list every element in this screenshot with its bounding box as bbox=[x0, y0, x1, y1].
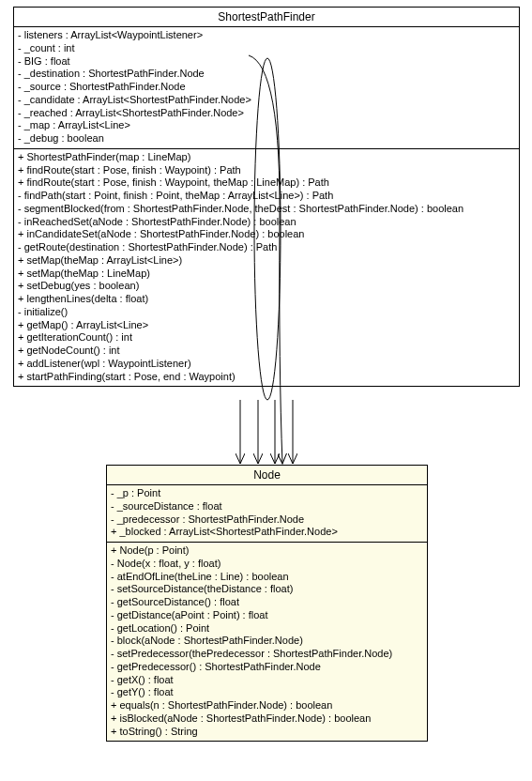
uml-member: - setPredecessor(thePredecessor : Shorte… bbox=[111, 648, 423, 661]
uml-member: - segmentBlocked(from : ShortestPathFind… bbox=[18, 203, 515, 216]
operations-section: + ShortestPathFinder(map : LineMap)+ fin… bbox=[14, 149, 519, 387]
uml-member: + isBlocked(aNode : ShortestPathFinder.N… bbox=[111, 712, 423, 726]
uml-member: - block(aNode : ShortestPathFinder.Node) bbox=[111, 635, 423, 648]
uml-member: - _p : Point bbox=[111, 487, 423, 500]
uml-member: - initialize() bbox=[18, 306, 515, 319]
uml-member: + setMap(theMap : LineMap) bbox=[18, 268, 515, 281]
class-title: Node bbox=[107, 466, 427, 485]
uml-member: - findPath(start : Point, finish : Point… bbox=[18, 190, 515, 203]
uml-member: + getNodeCount() : int bbox=[18, 345, 515, 358]
uml-member: - _source : ShortestPathFinder.Node bbox=[18, 81, 515, 94]
uml-member: - getLocation() : Point bbox=[111, 622, 423, 636]
uml-member: + ShortestPathFinder(map : LineMap) bbox=[18, 151, 515, 164]
uml-class-shortestpathfinder: ShortestPathFinder - listeners : ArrayLi… bbox=[13, 7, 520, 387]
uml-member: + findRoute(start : Pose, finish : Waypo… bbox=[18, 176, 515, 190]
uml-member: - _candidate : ArrayList<ShortestPathFin… bbox=[18, 94, 515, 107]
uml-member: - _map : ArrayList<Line> bbox=[18, 119, 515, 132]
uml-member: - atEndOfLine(theLine : Line) : boolean bbox=[111, 571, 423, 584]
uml-class-node: Node - _p : Point- _sourceDistance : flo… bbox=[106, 465, 428, 742]
uml-member: - getY() : float bbox=[111, 686, 423, 699]
attributes-section: - _p : Point- _sourceDistance : float- _… bbox=[107, 485, 427, 543]
operations-section: + Node(p : Point)- Node(x : float, y : f… bbox=[107, 543, 427, 741]
uml-member: + addListener(wpl : WaypointListener) bbox=[18, 358, 515, 371]
uml-member: - BIG : float bbox=[18, 55, 515, 69]
uml-member: - _debug : boolean bbox=[18, 132, 515, 145]
uml-member: + inCandidateSet(aNode : ShortestPathFin… bbox=[18, 228, 515, 241]
uml-member: + lengthenLines(delta : float) bbox=[18, 293, 515, 306]
uml-member: - _destination : ShortestPathFinder.Node bbox=[18, 68, 515, 81]
uml-member: - _predecessor : ShortestPathFinder.Node bbox=[111, 513, 423, 527]
uml-canvas: ShortestPathFinder - listeners : ArrayLi… bbox=[0, 0, 532, 781]
uml-member: - getSourceDistance() : float bbox=[111, 596, 423, 609]
class-title: ShortestPathFinder bbox=[14, 8, 519, 27]
attributes-section: - listeners : ArrayList<WaypointListener… bbox=[14, 27, 519, 149]
uml-member: - _sourceDistance : float bbox=[111, 500, 423, 513]
uml-member: - listeners : ArrayList<WaypointListener… bbox=[18, 29, 515, 42]
uml-member: - getPredecessor() : ShortestPathFinder.… bbox=[111, 661, 423, 674]
uml-member: + getIterationCount() : int bbox=[18, 331, 515, 345]
uml-member: + getMap() : ArrayList<Line> bbox=[18, 319, 515, 332]
uml-member: + setDebug(yes : boolean) bbox=[18, 280, 515, 293]
uml-member: - _count : int bbox=[18, 42, 515, 55]
uml-member: + _blocked : ArrayList<ShortestPathFinde… bbox=[111, 526, 423, 539]
uml-member: + Node(p : Point) bbox=[111, 544, 423, 558]
uml-member: + findRoute(start : Pose, finish : Waypo… bbox=[18, 164, 515, 177]
uml-member: - Node(x : float, y : float) bbox=[111, 558, 423, 571]
uml-member: - setSourceDistance(theDistance : float) bbox=[111, 583, 423, 596]
uml-member: - getX() : float bbox=[111, 674, 423, 687]
uml-member: - getRoute(destination : ShortestPathFin… bbox=[18, 241, 515, 254]
uml-member: + equals(n : ShortestPathFinder.Node) : … bbox=[111, 699, 423, 712]
uml-member: + setMap(theMap : ArrayList<Line>) bbox=[18, 254, 515, 268]
uml-member: + startPathFinding(start : Pose, end : W… bbox=[18, 371, 515, 384]
uml-member: - _reached : ArrayList<ShortestPathFinde… bbox=[18, 107, 515, 120]
uml-member: + toString() : String bbox=[111, 726, 423, 739]
uml-member: - getDistance(aPoint : Point) : float bbox=[111, 609, 423, 622]
uml-member: - inReachedSet(aNode : ShortestPathFinde… bbox=[18, 216, 515, 229]
